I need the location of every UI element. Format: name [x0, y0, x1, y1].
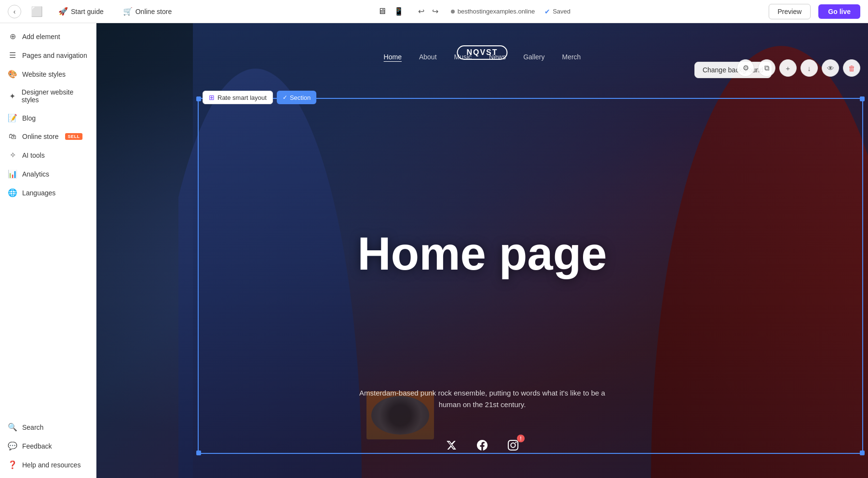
- desktop-view-button[interactable]: 🖥: [376, 4, 388, 18]
- sidebar-item-add-element[interactable]: ⊕ Add element: [0, 27, 96, 46]
- ai-icon: ✧: [8, 150, 17, 160]
- online-store-button[interactable]: 🛒 Online store: [117, 4, 177, 19]
- sidebar-item-label: Pages and navigation: [22, 52, 87, 59]
- section-label: Section: [290, 94, 311, 101]
- mobile-view-button[interactable]: 📱: [392, 5, 406, 18]
- preview-icon-button[interactable]: 👁: [822, 59, 839, 77]
- rate-smart-layout-button[interactable]: ⊞ Rate smart layout: [203, 91, 273, 104]
- sidebar-item-online-store[interactable]: 🛍 Online store SELL: [0, 127, 96, 146]
- sidebar-item-label: Languages: [22, 189, 55, 197]
- device-switcher: 🖥 📱: [376, 4, 406, 18]
- sidebar-item-label: Analytics: [22, 170, 49, 178]
- sidebar: ⊕ Add element ☰ Pages and navigation 🎨 W…: [0, 23, 96, 478]
- analytics-icon: 📊: [8, 169, 17, 178]
- saved-label: Saved: [553, 8, 570, 15]
- nav-link-news[interactable]: News: [489, 53, 506, 61]
- nav-link-gallery[interactable]: Gallery: [523, 53, 544, 61]
- sidebar-spacer: [0, 202, 96, 418]
- topbar-center: 🖥 📱 ↩ ↪ besthostingexamples.online ✔ Sav…: [189, 4, 757, 18]
- rocket-icon: 🚀: [58, 7, 68, 16]
- nav-link-home[interactable]: Home: [384, 53, 402, 61]
- canvas-area[interactable]: NQVST Home About Music News Gallery Merc…: [96, 23, 868, 478]
- topbar: ‹ ⬜ 🚀 Start guide 🛒 Online store 🖥 📱 ↩ ↪…: [0, 0, 868, 23]
- sidebar-item-label: AI tools: [22, 151, 45, 159]
- add-element-icon: ⊕: [8, 32, 17, 41]
- settings-icon-button[interactable]: ⚙: [737, 59, 754, 77]
- blog-icon: 📝: [8, 113, 17, 123]
- nav-link-music[interactable]: Music: [454, 53, 472, 61]
- domain-dot: [451, 10, 455, 14]
- sidebar-item-website-styles[interactable]: 🎨 Website styles: [0, 65, 96, 83]
- homepage-title[interactable]: Home page: [357, 227, 607, 280]
- homepage-subtitle[interactable]: Amsterdam-based punk rock ensemble, putt…: [357, 387, 608, 410]
- domain-indicator: besthostingexamples.online: [451, 8, 535, 15]
- rate-smart-label: Rate smart layout: [217, 94, 267, 101]
- add-icon-button[interactable]: +: [779, 59, 797, 77]
- sidebar-item-label: Search: [22, 423, 43, 431]
- start-guide-label: Start guide: [71, 8, 104, 15]
- sidebar-item-label: Designer website styles: [22, 88, 88, 104]
- styles-icon: 🎨: [8, 69, 17, 79]
- sidebar-item-label: Blog: [22, 114, 36, 122]
- sidebar-item-label: Online store: [22, 133, 58, 140]
- sidebar-item-designer-styles[interactable]: ✦ Designer website styles: [0, 83, 96, 109]
- golive-button[interactable]: Go live: [818, 4, 860, 19]
- store-icon: 🛍: [8, 132, 17, 141]
- redo-button[interactable]: ↪: [429, 5, 441, 18]
- languages-icon: 🌐: [8, 188, 17, 197]
- toggle-panel-button[interactable]: ⬜: [29, 4, 45, 19]
- saved-indicator: ✔ Saved: [544, 8, 570, 15]
- online-store-label: Online store: [136, 8, 172, 15]
- instagram-icon-button[interactable]: !: [504, 437, 522, 454]
- floating-toolbar: ⚙ ⧉ + ↓ 👁 🗑: [737, 59, 860, 77]
- designer-icon: ✦: [8, 92, 17, 101]
- nav-link-merch[interactable]: Merch: [562, 53, 581, 61]
- pages-icon: ☰: [8, 51, 17, 60]
- sidebar-item-label: Help and resources: [22, 461, 81, 469]
- sidebar-item-blog[interactable]: 📝 Blog: [0, 109, 96, 127]
- saved-check-icon: ✔: [544, 8, 550, 15]
- sidebar-item-help[interactable]: ❓ Help and resources: [0, 455, 96, 474]
- sidebar-item-languages[interactable]: 🌐 Languages: [0, 183, 96, 202]
- delete-icon-button[interactable]: 🗑: [843, 59, 860, 77]
- sell-badge: SELL: [65, 133, 82, 140]
- sidebar-item-search[interactable]: 🔍 Search: [0, 418, 96, 437]
- sidebar-item-pages-navigation[interactable]: ☰ Pages and navigation: [0, 46, 96, 65]
- search-icon: 🔍: [8, 423, 17, 432]
- site-header: NQVST Home About Music News Gallery Merc…: [96, 23, 868, 56]
- sidebar-item-feedback[interactable]: 💬 Feedback: [0, 437, 96, 455]
- instagram-notification-badge: !: [517, 435, 525, 442]
- back-button[interactable]: ‹: [8, 5, 21, 18]
- copy-icon-button[interactable]: ⧉: [758, 59, 775, 77]
- section-indicator: ⊞ Rate smart layout ✓ Section: [203, 91, 316, 104]
- main-layout: ⊕ Add element ☰ Pages and navigation 🎨 W…: [0, 23, 868, 478]
- start-guide-button[interactable]: 🚀 Start guide: [53, 4, 109, 19]
- social-icons-row: !: [443, 437, 522, 454]
- feedback-icon: 💬: [8, 441, 17, 451]
- undo-button[interactable]: ↩: [415, 5, 427, 18]
- sidebar-item-label: Feedback: [22, 442, 52, 450]
- section-button[interactable]: ✓ Section: [277, 91, 316, 104]
- help-icon: ❓: [8, 460, 17, 469]
- nav-link-about[interactable]: About: [419, 53, 437, 61]
- move-down-icon-button[interactable]: ↓: [800, 59, 818, 77]
- domain-text: besthostingexamples.online: [458, 8, 535, 15]
- website-preview: NQVST Home About Music News Gallery Merc…: [96, 23, 868, 478]
- cart-icon: 🛒: [123, 7, 133, 16]
- sidebar-item-ai-tools[interactable]: ✧ AI tools: [0, 146, 96, 164]
- topbar-right: Preview Go live: [769, 4, 860, 19]
- section-check-icon: ✓: [283, 94, 287, 101]
- sidebar-item-analytics[interactable]: 📊 Analytics: [0, 164, 96, 183]
- sidebar-item-label: Website styles: [22, 70, 66, 78]
- sidebar-item-label: Add element: [22, 33, 60, 41]
- twitter-icon-button[interactable]: [443, 437, 460, 454]
- topbar-left: ‹ ⬜ 🚀 Start guide 🛒 Online store: [8, 4, 177, 19]
- site-nav-links: Home About Music News Gallery Merch: [384, 53, 581, 61]
- undo-redo-controls: ↩ ↪: [415, 5, 441, 18]
- rate-smart-icon: ⊞: [209, 94, 215, 101]
- preview-button[interactable]: Preview: [769, 4, 811, 19]
- facebook-icon-button[interactable]: [474, 437, 491, 454]
